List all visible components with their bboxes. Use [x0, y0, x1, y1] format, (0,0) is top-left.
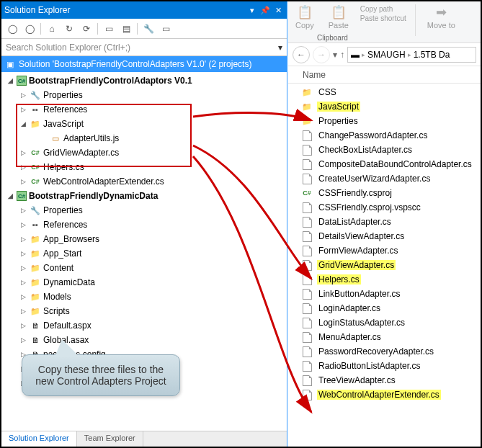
csharp-icon: C#: [30, 161, 41, 173]
file-icon: [301, 303, 313, 314]
tree-item[interactable]: ▷▪▪References: [1, 102, 287, 117]
refresh-icon[interactable]: ⟳: [79, 21, 94, 37]
properties-icon[interactable]: 🔧: [140, 21, 156, 37]
wrench-icon: 🔧: [30, 205, 41, 216]
collapse-icon[interactable]: ▭: [101, 21, 117, 37]
file-icon: [301, 346, 313, 357]
moveto-button[interactable]: ➡Move to: [424, 4, 458, 30]
file-icon: [301, 130, 313, 141]
file-icon: [301, 245, 313, 256]
paste-shortcut-button[interactable]: Paste shortcut: [360, 14, 406, 22]
home-icon[interactable]: ⌂: [44, 21, 60, 37]
sync-icon[interactable]: ↻: [61, 21, 77, 37]
tree-item[interactable]: ▷🔧Properties: [1, 203, 287, 218]
file-row[interactable]: CompositeDataBoundControlAdapter.cs: [288, 157, 481, 171]
tree-item[interactable]: ▷C#Helpers.cs: [1, 160, 287, 174]
tree-item[interactable]: ▷📁App_Browsers: [1, 232, 287, 246]
folder-icon: 📁: [30, 248, 41, 259]
folder-icon: 📁: [301, 101, 313, 112]
references-icon: ▪▪: [30, 219, 41, 230]
ribbon-group-label: Clipboard: [317, 34, 348, 42]
file-row[interactable]: 📁Properties: [288, 114, 481, 128]
tree-item[interactable]: ▷📁Models: [1, 290, 287, 304]
tree-item[interactable]: ▷📁DynamicData: [1, 275, 287, 290]
file-row[interactable]: 📁JavaScript: [288, 99, 481, 114]
panel-title-bar: Solution Explorer ▾ 📌 ✕: [1, 1, 287, 19]
back-icon[interactable]: ◯: [4, 21, 20, 37]
file-row[interactable]: TreeViewAdapter.cs: [288, 373, 481, 387]
tree-item[interactable]: ▷🗎Global.asax: [1, 333, 287, 347]
file-icon: 🗎: [30, 320, 41, 331]
close-icon[interactable]: ✕: [272, 4, 284, 16]
file-row[interactable]: Helpers.cs: [288, 272, 481, 287]
tab-team-explorer[interactable]: Team Explorer: [77, 431, 143, 447]
dropdown-icon[interactable]: ▾: [246, 4, 258, 16]
csharp-icon: C#: [30, 147, 41, 158]
tree-item[interactable]: ▷▪▪References: [1, 218, 287, 232]
file-row[interactable]: CreateUserWizardAdapter.cs: [288, 171, 481, 186]
file-row[interactable]: LinkButtonAdapter.cs: [288, 287, 481, 301]
tree-item[interactable]: ◢📁JavaScript: [1, 117, 287, 131]
file-row[interactable]: GridViewAdapter.cs: [288, 258, 481, 272]
file-icon: [301, 230, 313, 242]
nav-up-icon[interactable]: ↑: [340, 50, 344, 60]
file-row[interactable]: C#CSSFriendly.csproj: [288, 186, 481, 200]
project-node[interactable]: ◢C#BootstrapFriendlyControlAdaptors V0.1: [1, 73, 287, 88]
copy-path-button[interactable]: Copy path: [360, 5, 406, 13]
callout: Copy these three files to the new Contro…: [22, 354, 180, 396]
folder-icon: 📁: [30, 291, 41, 303]
file-row[interactable]: FormViewAdapter.cs: [288, 243, 481, 258]
copy-button[interactable]: 📋Copy: [293, 4, 317, 30]
file-row[interactable]: ChangePasswordAdapter.cs: [288, 128, 481, 143]
file-icon: [301, 144, 313, 156]
csproj-icon: C#: [17, 76, 27, 86]
file-row[interactable]: DataListAdapter.cs: [288, 215, 481, 229]
folder-icon: 📁: [301, 86, 313, 98]
file-icon: [301, 173, 313, 184]
column-header-name[interactable]: Name: [288, 66, 481, 84]
nav-recent-icon[interactable]: ▾: [333, 50, 337, 60]
toolbar: ◯ ◯ ⌂ ↻ ⟳ ▭ ▤ 🔧 ▭: [1, 19, 287, 39]
file-row[interactable]: WebControlAdapterExtender.cs: [288, 387, 481, 402]
file-row[interactable]: 📁CSS: [288, 85, 481, 99]
file-row[interactable]: MenuAdapter.cs: [288, 330, 481, 344]
tree-item[interactable]: ▷📁Scripts: [1, 304, 287, 318]
tree-item[interactable]: ▭AdapterUtils.js: [1, 131, 287, 145]
tree-item[interactable]: ▷📁Content: [1, 261, 287, 275]
nav-bar: ← → ▾ ↑ ▬ ▸ SMAUGH ▸ 1.5TB Da: [288, 43, 481, 66]
search-input[interactable]: Search Solution Explorer (Ctrl+;) ▾: [1, 39, 287, 56]
project-node[interactable]: ◢C#BootstrapFriendlyDynamicData: [1, 189, 287, 203]
tree-item[interactable]: ▷C#GridViewAdapter.cs: [1, 145, 287, 160]
preview-icon[interactable]: ▭: [158, 21, 174, 37]
tree-item[interactable]: ▷🗎Default.aspx: [1, 318, 287, 333]
csproj-icon: C#: [17, 191, 27, 201]
file-icon: [301, 274, 313, 285]
tab-solution-explorer[interactable]: Solution Explorer: [1, 431, 77, 447]
showall-icon[interactable]: ▤: [118, 21, 134, 37]
file-row[interactable]: PasswordRecoveryAdapter.cs: [288, 344, 481, 359]
file-row[interactable]: CheckBoxListAdapter.cs: [288, 143, 481, 157]
nav-forward-icon[interactable]: →: [313, 46, 330, 63]
tree-item[interactable]: ▷C#WebControlAdapterExtender.cs: [1, 174, 287, 189]
paste-button[interactable]: 📋Paste: [326, 4, 352, 30]
file-row[interactable]: LoginAdapter.cs: [288, 301, 481, 315]
forward-icon[interactable]: ◯: [22, 21, 37, 37]
file-icon: [301, 375, 313, 386]
file-row[interactable]: CSSFriendly.csproj.vspscc: [288, 200, 481, 215]
nav-back-icon[interactable]: ←: [293, 46, 310, 63]
folder-icon: 📁: [30, 118, 41, 130]
file-icon: [301, 288, 313, 300]
file-icon: 🗎: [30, 334, 41, 346]
search-dropdown-icon[interactable]: ▾: [278, 42, 282, 53]
file-icon: [301, 389, 313, 400]
tree-item[interactable]: ▷📁App_Start: [1, 246, 287, 261]
drive-icon: ▬: [351, 50, 360, 60]
pin-icon[interactable]: 📌: [259, 4, 271, 16]
file-row[interactable]: RadioButtonListAdapter.cs: [288, 359, 481, 373]
tree-item[interactable]: ▷🔧Properties: [1, 88, 287, 102]
file-row[interactable]: LoginStatusAdapter.cs: [288, 315, 481, 330]
file-row[interactable]: DetailsViewAdapter.cs: [288, 229, 481, 243]
file-icon: [301, 216, 313, 228]
breadcrumb[interactable]: ▬ ▸ SMAUGH ▸ 1.5TB Da: [347, 47, 476, 63]
solution-node[interactable]: ▣ Solution 'BootstrapFriendlyControlAdap…: [1, 56, 287, 72]
